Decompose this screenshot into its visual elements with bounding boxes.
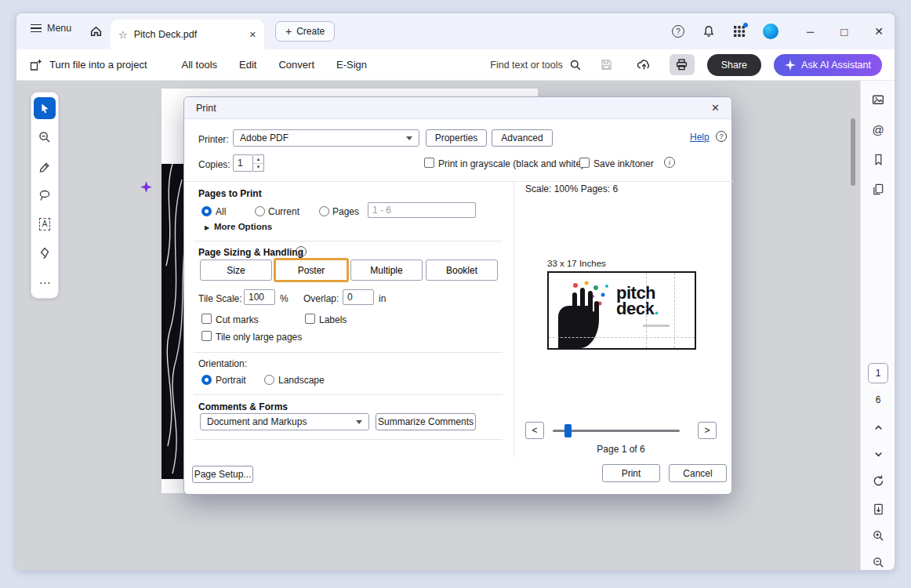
maximize-button[interactable]: □ bbox=[840, 25, 847, 38]
cancel-button[interactable]: Cancel bbox=[669, 464, 727, 482]
radio-current[interactable] bbox=[255, 206, 265, 216]
stepper-down-icon[interactable]: ▼ bbox=[253, 164, 263, 172]
ask-ai-assistant-button[interactable]: Ask AI Assistant bbox=[774, 54, 882, 76]
chevron-down-icon bbox=[356, 420, 362, 427]
tab-title: Pitch Deck.pdf bbox=[134, 29, 243, 40]
pages-copy-panel-icon[interactable] bbox=[870, 181, 886, 197]
brand-text: pitch deck. bbox=[616, 285, 659, 317]
zoom-in-icon[interactable] bbox=[870, 528, 886, 543]
notifications-bell-icon[interactable] bbox=[702, 24, 716, 38]
find-tools-button[interactable]: Find text or tools bbox=[490, 59, 581, 71]
labels-checkbox[interactable] bbox=[305, 314, 315, 324]
favorite-star-icon[interactable]: ☆ bbox=[118, 30, 128, 40]
printer-label: Printer: bbox=[198, 134, 229, 145]
tile-scale-input[interactable] bbox=[244, 289, 275, 305]
save-ink-checkbox[interactable] bbox=[579, 158, 590, 168]
search-icon bbox=[569, 59, 582, 71]
radio-all[interactable] bbox=[201, 206, 212, 216]
print-dialog-titlebar[interactable]: Print ✕ bbox=[184, 97, 731, 119]
comments-select[interactable]: Document and Markups bbox=[200, 413, 369, 430]
cut-marks-checkbox[interactable] bbox=[201, 314, 212, 324]
help-icon[interactable]: ? bbox=[672, 25, 684, 38]
document-tab[interactable]: ☆ Pitch Deck.pdf ✕ bbox=[111, 20, 264, 49]
turn-into-project-button[interactable]: Turn file into a project bbox=[29, 58, 147, 72]
next-page-chevron-icon[interactable] bbox=[870, 446, 886, 462]
highlighter-tool[interactable] bbox=[34, 155, 56, 177]
help-link[interactable]: Help bbox=[690, 132, 710, 143]
radio-pages-label[interactable]: Pages bbox=[332, 206, 359, 217]
apps-grid-icon[interactable] bbox=[733, 25, 746, 38]
page-view-icon[interactable] bbox=[870, 501, 886, 517]
multiple-mode-button[interactable]: Multiple bbox=[350, 260, 423, 281]
pages-range-input[interactable] bbox=[368, 202, 476, 218]
dialog-close-icon[interactable]: ✕ bbox=[711, 102, 720, 114]
tile-guide-line bbox=[549, 337, 695, 338]
vertical-scrollbar[interactable] bbox=[851, 118, 855, 186]
properties-button[interactable]: Properties bbox=[426, 129, 487, 147]
radio-current-label[interactable]: Current bbox=[268, 206, 299, 217]
document-canvas: A ⋯ @ 1 6 bbox=[16, 81, 895, 570]
radio-portrait[interactable] bbox=[201, 375, 212, 385]
tile-large-checkbox[interactable] bbox=[201, 331, 212, 341]
print-button[interactable] bbox=[670, 54, 695, 75]
poster-mode-button[interactable]: Poster bbox=[274, 258, 349, 282]
home-button[interactable] bbox=[89, 24, 103, 38]
lasso-tool[interactable] bbox=[34, 184, 56, 206]
radio-all-label[interactable]: All bbox=[216, 206, 226, 217]
radio-landscape[interactable] bbox=[264, 375, 274, 385]
radio-pages[interactable] bbox=[319, 206, 329, 216]
save-button[interactable] bbox=[594, 54, 619, 75]
help-question-icon[interactable]: ? bbox=[716, 131, 727, 142]
menu-button[interactable]: Menu bbox=[31, 23, 71, 34]
sizing-info-icon[interactable]: i bbox=[296, 246, 307, 257]
copies-stepper[interactable]: ▲ ▼ bbox=[253, 154, 264, 172]
zoom-tool[interactable] bbox=[34, 126, 56, 148]
copies-input[interactable] bbox=[233, 154, 253, 172]
preview-slider-track[interactable] bbox=[553, 430, 680, 432]
tile-large-label[interactable]: Tile only large pages bbox=[216, 332, 302, 343]
minimize-button[interactable]: ─ bbox=[807, 26, 814, 38]
cloud-upload-icon[interactable] bbox=[632, 54, 657, 75]
more-tools-button[interactable]: ⋯ bbox=[34, 271, 56, 293]
page-setup-button[interactable]: Page Setup... bbox=[192, 466, 253, 483]
grayscale-checkbox[interactable] bbox=[424, 158, 434, 168]
text-select-tool[interactable]: A bbox=[34, 213, 56, 235]
more-options-toggle[interactable]: More Options bbox=[214, 222, 272, 231]
overlap-input[interactable] bbox=[343, 289, 374, 305]
labels-label[interactable]: Labels bbox=[319, 314, 347, 325]
previous-page-chevron-icon[interactable] bbox=[870, 419, 886, 435]
portrait-label[interactable]: Portrait bbox=[216, 375, 246, 386]
share-button[interactable]: Share bbox=[707, 54, 761, 76]
ink-info-icon[interactable]: i bbox=[664, 157, 675, 168]
window-close-button[interactable]: ✕ bbox=[874, 25, 884, 38]
nav-convert[interactable]: Convert bbox=[278, 59, 314, 71]
print-confirm-button[interactable]: Print bbox=[602, 464, 660, 482]
select-tool[interactable] bbox=[34, 97, 56, 119]
printer-select[interactable]: Adobe PDF bbox=[233, 129, 419, 147]
bookmarks-panel-icon[interactable] bbox=[870, 151, 886, 167]
nav-esign[interactable]: E-Sign bbox=[336, 59, 367, 71]
nav-edit[interactable]: Edit bbox=[239, 59, 256, 71]
fill-sign-tool[interactable] bbox=[34, 242, 56, 264]
tab-close-icon[interactable]: ✕ bbox=[249, 31, 256, 39]
comments-panel-icon[interactable]: @ bbox=[870, 122, 886, 137]
stepper-up-icon[interactable]: ▲ bbox=[253, 155, 263, 164]
preview-prev-button[interactable]: < bbox=[525, 422, 544, 439]
landscape-label[interactable]: Landscape bbox=[278, 375, 325, 386]
create-button[interactable]: + Create bbox=[275, 21, 335, 42]
acrobat-window: Menu ☆ Pitch Deck.pdf ✕ + Create ? bbox=[16, 13, 895, 571]
booklet-mode-button[interactable]: Booklet bbox=[426, 260, 498, 281]
nav-all-tools[interactable]: All tools bbox=[182, 59, 218, 71]
preview-slider-thumb[interactable] bbox=[564, 424, 572, 437]
summarize-comments-button[interactable]: Summarize Comments bbox=[376, 413, 476, 430]
advanced-button[interactable]: Advanced bbox=[492, 129, 553, 147]
zoom-out-icon[interactable] bbox=[870, 554, 886, 570]
size-mode-button[interactable]: Size bbox=[200, 260, 272, 281]
avatar[interactable] bbox=[763, 24, 779, 39]
preview-next-button[interactable]: > bbox=[698, 422, 717, 439]
rotate-refresh-icon[interactable] bbox=[870, 473, 886, 488]
cut-marks-label[interactable]: Cut marks bbox=[216, 314, 259, 325]
edit-image-panel-icon[interactable] bbox=[870, 92, 886, 107]
divider bbox=[514, 181, 514, 457]
current-page-input[interactable]: 1 bbox=[868, 363, 888, 383]
